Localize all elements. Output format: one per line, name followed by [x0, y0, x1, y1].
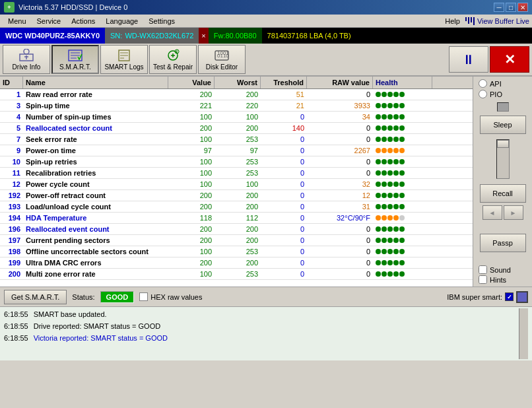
ibm-super-smart-section: IBM super smart: ✓: [447, 291, 528, 303]
break-button[interactable]: ✕: [490, 46, 529, 73]
cell-worst: 253: [215, 156, 261, 167]
cell-value: 100: [168, 179, 215, 189]
hex-label: HEX raw values: [150, 293, 202, 301]
cell-name: Spin-up time: [23, 100, 168, 111]
cell-raw: 0: [307, 257, 373, 268]
recall-button[interactable]: Recall: [480, 184, 526, 203]
pio-radio-row[interactable]: PIO: [479, 90, 502, 98]
ibm-checkbox-1[interactable]: ✓: [505, 292, 514, 301]
table-row[interactable]: 196Reallocated event count20020000: [0, 224, 473, 235]
buffer-live-btn[interactable]: View Buffer Live: [465, 17, 529, 25]
table-row[interactable]: 192Power-off retract count200200012: [0, 190, 473, 201]
menu-menu[interactable]: Menu: [3, 16, 32, 26]
cell-raw: 0: [307, 269, 373, 279]
table-row[interactable]: 9Power-on time979702267: [0, 145, 473, 156]
test-repair-button[interactable]: Test & Repair: [149, 45, 197, 74]
table-row[interactable]: 194HDA Temperature118112032°C/90°F: [0, 213, 473, 224]
sound-checkbox[interactable]: [479, 265, 487, 274]
disk-editor-button[interactable]: 0110 1001 Disk Editor: [198, 45, 246, 74]
table-row[interactable]: 10Spin-up retries10025300: [0, 156, 473, 168]
cell-name: Current pending sectors: [23, 235, 168, 246]
cell-health: [373, 201, 432, 212]
status-bar: Get S.M.A.R.T. Status: GOOD HEX raw valu…: [0, 287, 532, 306]
mode-indicator: [497, 102, 509, 112]
menu-settings[interactable]: Settings: [143, 16, 180, 26]
hints-row[interactable]: Hints: [479, 275, 511, 284]
table-row[interactable]: 5Reallocated sector count2002001400: [0, 123, 473, 134]
device-close[interactable]: ×: [199, 28, 208, 44]
cell-threshold: 21: [261, 100, 307, 111]
cell-worst: 220: [215, 100, 261, 111]
cell-raw: 3933: [307, 100, 373, 111]
cell-value: 221: [168, 100, 215, 111]
table-row[interactable]: 199Ultra DMA CRC errors20020000: [0, 257, 473, 269]
table-row[interactable]: 193Load/unload cycle count200200031: [0, 201, 473, 213]
passp-button[interactable]: Passp: [480, 234, 526, 252]
cell-threshold: 0: [261, 269, 307, 279]
menu-actions[interactable]: Actions: [66, 16, 100, 26]
sound-row[interactable]: Sound: [479, 265, 511, 274]
speed-slider[interactable]: [496, 139, 510, 179]
fw-version: 80.00B80: [225, 32, 256, 40]
api-radio-row[interactable]: API: [479, 79, 502, 88]
cell-worst: 200: [215, 201, 261, 212]
transfer-mode-group: API PIO: [479, 79, 502, 98]
menu-help[interactable]: Help: [440, 16, 465, 26]
cell-value: 200: [168, 235, 215, 246]
pause-icon: ⏸: [462, 52, 475, 67]
ibm-checkbox-2[interactable]: [516, 291, 528, 303]
smart-icon: [67, 49, 83, 62]
smart-button[interactable]: S.M.A.R.T.: [51, 45, 99, 74]
cell-value: 200: [168, 190, 215, 201]
smart-table-body: 1Raw read error rate2002005103Spin-up ti…: [0, 89, 473, 287]
table-row[interactable]: 3Spin-up time221220213933: [0, 100, 473, 112]
drive-info-label: Drive Info: [13, 63, 41, 71]
prev-button[interactable]: ◄: [482, 205, 502, 220]
cell-health: [373, 123, 432, 133]
table-row[interactable]: 198Offline uncorrectable sectors count10…: [0, 246, 473, 257]
cell-raw: 0: [307, 123, 373, 133]
cell-id: 11: [0, 168, 23, 178]
serial-section: SN: WD-WX62D32KL672: [105, 28, 199, 44]
close-button[interactable]: ✕: [517, 3, 528, 12]
table-row[interactable]: 200Multi zone error rate10025300: [0, 269, 473, 280]
hints-checkbox[interactable]: [479, 275, 487, 284]
hints-label: Hints: [490, 276, 506, 284]
pio-radio[interactable]: [479, 90, 487, 98]
cell-health: [373, 246, 432, 257]
table-row[interactable]: 4Number of spin-up times100100034: [0, 112, 473, 123]
col-worst: Worst: [215, 77, 261, 88]
menu-service[interactable]: Service: [32, 16, 67, 26]
right-panel: API PIO Sleep Recall ◄ ► Passp Sound Hin…: [473, 77, 532, 287]
cell-name: Spin-up retries: [23, 156, 168, 167]
sleep-button[interactable]: Sleep: [480, 116, 526, 134]
next-button[interactable]: ►: [504, 205, 523, 220]
maximize-button[interactable]: □: [506, 3, 516, 12]
hex-checkbox[interactable]: [139, 292, 148, 301]
table-row[interactable]: 197Current pending sectors20020000: [0, 235, 473, 246]
serial-number: WD-WX62D32KL672: [125, 32, 193, 40]
table-row[interactable]: 11Recalibration retries10025300: [0, 168, 473, 179]
app-icon: +: [4, 2, 15, 13]
menu-language[interactable]: Language: [100, 16, 143, 26]
cell-id: 4: [0, 112, 23, 122]
smart-logs-button[interactable]: SMART Logs: [100, 45, 148, 74]
cell-worst: 97: [215, 145, 261, 156]
cell-health: [373, 156, 432, 167]
cell-threshold: 0: [261, 145, 307, 156]
cell-health: [373, 179, 432, 189]
table-row[interactable]: 1Raw read error rate200200510: [0, 89, 473, 100]
table-row[interactable]: 12Power cycle count100100032: [0, 179, 473, 190]
cell-name: Number of spin-up times: [23, 112, 168, 122]
cell-health: [373, 235, 432, 246]
cell-threshold: 0: [261, 213, 307, 223]
drive-info-button[interactable]: Drive Info: [3, 45, 50, 74]
table-row[interactable]: 7Seek error rate10025300: [0, 134, 473, 145]
cell-name: Reallocated sector count: [23, 123, 168, 133]
get-smart-button[interactable]: Get S.M.A.R.T.: [4, 290, 67, 304]
cell-id: 12: [0, 179, 23, 189]
api-radio[interactable]: [479, 79, 487, 88]
minimize-button[interactable]: ─: [494, 3, 504, 12]
pause-button[interactable]: ⏸: [449, 46, 488, 73]
log-scrollbar[interactable]: [519, 308, 528, 359]
